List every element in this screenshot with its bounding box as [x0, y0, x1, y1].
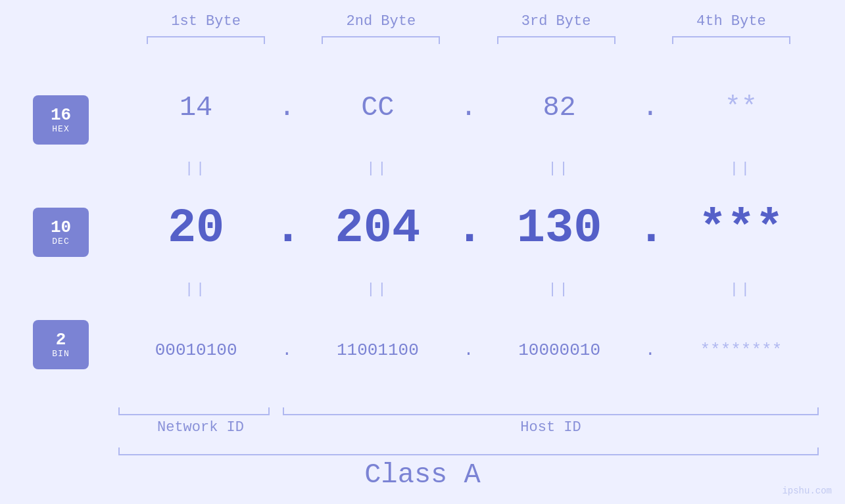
class-label: Class A [364, 459, 480, 491]
network-bracket [118, 407, 270, 415]
host-id-label: Host ID [283, 419, 819, 436]
equals-2-2: || [300, 281, 455, 298]
equals-1-3: || [482, 160, 637, 177]
dec-val-1: 20 [118, 202, 274, 256]
bin-val-1: 00010100 [118, 340, 274, 360]
byte-header-3: 3rd Byte [469, 13, 644, 30]
bin-row: 00010100 . 11001100 . 10000010 . *******… [118, 300, 819, 401]
top-brackets [26, 36, 819, 44]
bottom-brackets-row [26, 407, 819, 415]
equals-1-4: || [664, 160, 819, 177]
badge-bin-label: BIN [52, 349, 69, 359]
dec-val-2: 204 [300, 202, 455, 256]
network-id-label: Network ID [118, 419, 283, 436]
bin-dot-2: . [456, 340, 482, 360]
badges-column: 16 HEX 10 DEC 2 BIN [26, 57, 118, 401]
full-bracket-row [26, 447, 819, 455]
hex-val-2: CC [300, 92, 455, 124]
dec-dot-3: . [637, 202, 664, 256]
byte-headers-row: 1st Byte 2nd Byte 3rd Byte 4th Byte [26, 13, 819, 30]
equals-row-2: || || || || [118, 280, 819, 300]
byte-header-4: 4th Byte [644, 13, 819, 30]
bracket-cell-3 [469, 36, 644, 44]
watermark: ipshu.com [782, 486, 832, 496]
dec-val-3: 130 [482, 202, 637, 256]
network-host-labels: Network ID Host ID [26, 419, 819, 436]
hex-val-3: 82 [482, 92, 637, 124]
dec-row: 20 . 204 . 130 . *** [118, 178, 819, 279]
dec-val-4: *** [664, 202, 819, 256]
equals-2-1: || [118, 281, 274, 298]
bracket-cell-4 [644, 36, 819, 44]
badge-dec: 10 DEC [33, 208, 89, 257]
bracket-cell-2 [293, 36, 468, 44]
hex-val-1: 14 [118, 92, 274, 124]
badge-hex: 16 HEX [33, 95, 89, 145]
bin-val-3: 10000010 [482, 340, 637, 360]
bracket-spacer [270, 407, 283, 415]
main-content: 16 HEX 10 DEC 2 BIN 14 . CC . 82 . ** [26, 57, 819, 401]
dec-dot-1: . [274, 202, 300, 256]
data-grid: 14 . CC . 82 . ** || || || || 20 [118, 57, 819, 401]
bottom-section: Network ID Host ID Class A [26, 407, 819, 491]
bracket-top-2 [322, 36, 440, 44]
hex-row: 14 . CC . 82 . ** [118, 57, 819, 158]
badge-hex-number: 16 [51, 106, 71, 125]
equals-1-1: || [118, 160, 274, 177]
byte-header-2: 2nd Byte [293, 13, 468, 30]
dec-dot-2: . [456, 202, 482, 256]
badge-hex-label: HEX [52, 124, 69, 134]
badge-bin: 2 BIN [33, 320, 89, 369]
bin-dot-3: . [637, 340, 664, 360]
bin-val-2: 11001100 [300, 340, 455, 360]
bracket-top-1 [147, 36, 265, 44]
hex-dot-1: . [274, 92, 300, 124]
equals-row-1: || || || || [118, 158, 819, 178]
bin-dot-1: . [274, 340, 300, 360]
full-bracket [118, 447, 819, 455]
bracket-top-3 [497, 36, 616, 44]
hex-dot-3: . [637, 92, 664, 124]
badge-dec-number: 10 [51, 218, 71, 237]
bin-val-4: ******** [664, 340, 819, 360]
class-row: Class A [26, 459, 819, 491]
equals-2-3: || [482, 281, 637, 298]
badge-bin-number: 2 [56, 331, 66, 350]
equals-2-4: || [664, 281, 819, 298]
bracket-top-4 [672, 36, 790, 44]
host-bracket [283, 407, 819, 415]
byte-header-1: 1st Byte [118, 13, 293, 30]
equals-1-2: || [300, 160, 455, 177]
hex-val-4: ** [664, 92, 819, 124]
bracket-cell-1 [118, 36, 293, 44]
badge-dec-label: DEC [52, 237, 69, 246]
hex-dot-2: . [456, 92, 482, 124]
